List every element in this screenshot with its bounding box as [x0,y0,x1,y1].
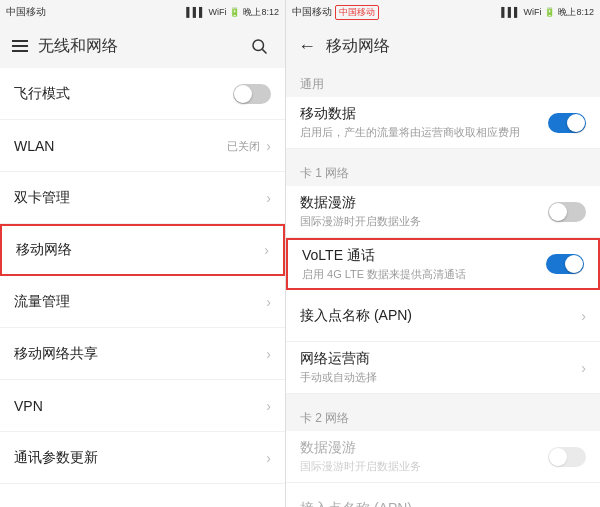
flight-mode-title: 飞行模式 [14,85,70,103]
right-item-volte[interactable]: VoLTE 通话 启用 4G LTE 数据来提供高清通话 [286,238,600,290]
mobile-data-toggle[interactable] [548,113,586,133]
mobile-data-sub: 启用后，产生的流量将由运营商收取相应费用 [300,125,520,140]
divider-1 [286,149,600,157]
left-status-bar: 中国移动 ▌▌▌ WiFi 🔋 晚上8:12 [0,0,285,24]
hotspot-chevron-icon: › [266,346,271,362]
carrier1-chevron-icon: › [581,360,586,376]
right-top-bar: ← 移动网络 [286,24,600,68]
data-roaming-toggle[interactable] [548,202,586,222]
right-item-apn2[interactable]: 接入点名称 (APN) › [286,483,600,507]
menu-item-traffic[interactable]: 流量管理 › [0,276,285,328]
svg-point-0 [253,40,264,51]
right-panel: 中国移动 中国移动 ▌▌▌ WiFi 🔋 晚上8:12 ← 移动网络 通用 移动… [286,0,600,507]
divider-2 [286,394,600,402]
right-carrier-area: 中国移动 中国移动 [292,5,379,20]
wifi-icon: WiFi [208,7,226,17]
right-item-data-roaming[interactable]: 数据漫游 国际漫游时开启数据业务 [286,186,600,238]
right-status-right: ▌▌▌ WiFi 🔋 晚上8:12 [501,6,594,19]
left-page-title: 无线和网络 [38,36,235,57]
right-signal-icon: ▌▌▌ [501,7,520,17]
menu-item-comm-params[interactable]: 通讯参数更新 › [0,432,285,484]
volte-title: VoLTE 通话 [302,247,466,265]
comm-params-title: 通讯参数更新 [14,449,98,467]
vpn-chevron-icon: › [266,398,271,414]
right-item-mobile-data[interactable]: 移动数据 启用后，产生的流量将由运营商收取相应费用 [286,97,600,149]
volte-toggle[interactable] [546,254,584,274]
carrier1-title: 网络运营商 [300,350,377,368]
back-button[interactable]: ← [298,36,316,57]
right-page-title: 移动网络 [326,36,390,57]
left-time: 晚上8:12 [243,6,279,19]
search-button[interactable] [245,32,273,60]
right-item-apn1[interactable]: 接入点名称 (APN) › [286,290,600,342]
vpn-title: VPN [14,398,43,414]
menu-icon[interactable] [12,40,28,52]
left-status-right: ▌▌▌ WiFi 🔋 晚上8:12 [186,6,279,19]
section-label-general: 通用 [286,68,600,97]
right-time: 晚上8:12 [558,6,594,19]
volte-sub: 启用 4G LTE 数据来提供高清通话 [302,267,466,282]
svg-line-1 [262,49,266,53]
right-battery-icon: 🔋 [544,7,555,17]
left-carrier: 中国移动 [6,5,46,19]
battery-icon: 🔋 [229,7,240,17]
data-roaming2-toggle[interactable] [548,447,586,467]
section-label-sim1: 卡 1 网络 [286,157,600,186]
data-roaming-title: 数据漫游 [300,194,421,212]
right-status-bar: 中国移动 中国移动 ▌▌▌ WiFi 🔋 晚上8:12 [286,0,600,24]
menu-item-dual-sim[interactable]: 双卡管理 › [0,172,285,224]
wlan-status: 已关闭 [227,139,260,154]
comm-params-chevron-icon: › [266,450,271,466]
traffic-chevron-icon: › [266,294,271,310]
right-carrier-text: 中国移动 [292,5,332,19]
signal-icon: ▌▌▌ [186,7,205,17]
menu-item-flight-mode[interactable]: 飞行模式 [0,68,285,120]
hotspot-title: 移动网络共享 [14,345,98,363]
flight-mode-toggle[interactable] [233,84,271,104]
mobile-data-title: 移动数据 [300,105,520,123]
right-item-carrier1[interactable]: 网络运营商 手动或自动选择 › [286,342,600,394]
menu-item-hotspot[interactable]: 移动网络共享 › [0,328,285,380]
left-menu-list: 飞行模式 WLAN 已关闭 › 双卡管理 › [0,68,285,507]
dual-sim-chevron-icon: › [266,190,271,206]
traffic-title: 流量管理 [14,293,70,311]
section-label-sim2: 卡 2 网络 [286,402,600,431]
menu-item-vpn[interactable]: VPN › [0,380,285,432]
apn2-chevron-icon: › [581,501,586,508]
left-carrier-text: 中国移动 [6,5,46,19]
menu-item-mobile-network[interactable]: 移动网络 › [0,224,285,276]
carrier-badge: 中国移动 [335,5,379,20]
mobile-network-chevron-icon: › [264,242,269,258]
right-content: 通用 移动数据 启用后，产生的流量将由运营商收取相应费用 卡 1 网络 数据漫游… [286,68,600,507]
data-roaming-sub: 国际漫游时开启数据业务 [300,214,421,229]
menu-item-wlan[interactable]: WLAN 已关闭 › [0,120,285,172]
wlan-chevron-icon: › [266,138,271,154]
wlan-title: WLAN [14,138,54,154]
left-top-bar: 无线和网络 [0,24,285,68]
data-roaming2-title: 数据漫游 [300,439,421,457]
apn1-chevron-icon: › [581,308,586,324]
apn1-title: 接入点名称 (APN) [300,307,412,325]
left-panel: 中国移动 ▌▌▌ WiFi 🔋 晚上8:12 无线和网络 飞行模式 [0,0,286,507]
data-roaming2-sub: 国际漫游时开启数据业务 [300,459,421,474]
mobile-network-title: 移动网络 [16,241,72,259]
right-item-data-roaming2[interactable]: 数据漫游 国际漫游时开启数据业务 [286,431,600,483]
right-wifi-icon: WiFi [523,7,541,17]
dual-sim-title: 双卡管理 [14,189,70,207]
apn2-title: 接入点名称 (APN) [300,500,412,508]
carrier1-sub: 手动或自动选择 [300,370,377,385]
